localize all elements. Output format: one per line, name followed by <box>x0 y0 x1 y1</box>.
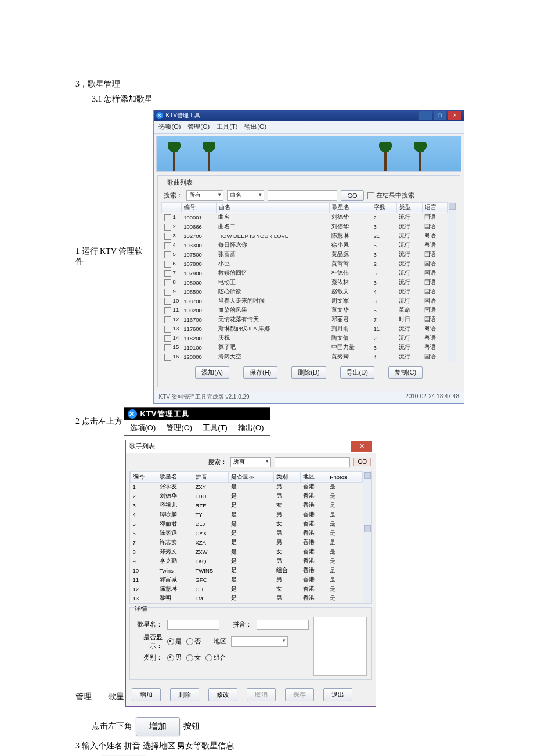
cat-female-radio[interactable]: 女 <box>186 653 201 662</box>
dlg-delete-button[interactable]: 删除 <box>170 688 199 701</box>
filter1-select[interactable]: 所有 <box>186 190 223 201</box>
show-no-radio[interactable]: 否 <box>186 637 201 646</box>
table-row[interactable]: 15119100算了吧中国力量3流行粤语 <box>162 343 448 352</box>
table-row[interactable]: 13黎明LM是男香港是 <box>131 593 363 603</box>
name-input[interactable] <box>167 620 219 630</box>
click-lowerleft-text: 点击左下角 <box>92 721 132 732</box>
copy-song-button[interactable]: 复制(C) <box>388 366 423 379</box>
scol-show[interactable]: 是否显示 <box>229 471 274 482</box>
col-words[interactable]: 字数 <box>371 202 397 213</box>
pinyin-input[interactable] <box>257 620 309 630</box>
menubar-strip: ✕KTV管理工具 选项(O) 管理(O) 工具(T) 输出(O) <box>124 407 270 436</box>
col-type[interactable]: 类型 <box>396 202 422 213</box>
cat-group-radio[interactable]: 组合 <box>205 653 226 662</box>
menu-options[interactable]: 选项(O) <box>158 123 181 131</box>
menu-tools[interactable]: 工具(T) <box>203 423 228 433</box>
scol-region[interactable]: 地区 <box>301 471 327 482</box>
menu-tools[interactable]: 工具(T) <box>217 123 237 131</box>
add-song-button[interactable]: 添加(A) <box>195 366 229 379</box>
export-song-button[interactable]: 导出(D) <box>340 366 374 379</box>
add-button-image[interactable]: 增加 <box>136 717 180 736</box>
table-row[interactable]: 13117600斯琳靓丽仅JLA 库娜荆月雨11流行粤语 <box>162 324 448 333</box>
table-row[interactable]: 7107900救赎的回忆杜德伟5流行国语 <box>162 268 448 278</box>
table-row[interactable]: 9108500随心所欲赵敏文4流行国语 <box>162 287 448 296</box>
scol-pinyin[interactable]: 拼音 <box>193 471 228 482</box>
table-row[interactable]: 3102700HOW DEEP IS YOUR LOVE陈慧琳21流行粤语 <box>162 231 448 240</box>
table-row[interactable]: 7许志安XZA是男香港是 <box>131 538 363 547</box>
table-row[interactable]: 12陈慧琳CHL是女香港是 <box>131 584 363 593</box>
dlg-filter-select[interactable]: 所有 <box>230 457 271 467</box>
col-id[interactable]: 编号 <box>181 202 216 213</box>
dlg-search-input[interactable] <box>275 457 350 467</box>
scol-cat[interactable]: 类别 <box>274 471 301 482</box>
pinyin-label: 拼音： <box>224 620 252 629</box>
app-icon: ✕ <box>156 112 163 119</box>
table-row[interactable]: 4103300每日怀念你徐小凤5流行粤语 <box>162 240 448 250</box>
dlg-save-button[interactable]: 保存 <box>285 688 314 701</box>
table-row[interactable]: 10TwinsTWINS是组合香港是 <box>131 566 363 575</box>
singer-details-group: 详情 歌星名： 拼音： 是否显示： 是 否 地区 <box>129 607 372 680</box>
dlg-exit-button[interactable]: 退出 <box>323 688 352 701</box>
song-table-scrollbar[interactable] <box>448 202 456 362</box>
col-singer[interactable]: 歌星名 <box>329 202 371 213</box>
table-row[interactable]: 8郑秀文ZXW是女香港是 <box>131 547 363 556</box>
table-row[interactable]: 5107500张蔷蔷黄品源3流行国语 <box>162 250 448 259</box>
table-row[interactable]: 5邓丽君DLJ是女香港是 <box>131 519 363 528</box>
menu-manage[interactable]: 管理(O) <box>187 123 210 131</box>
menu-options[interactable]: 选项(O) <box>130 423 156 433</box>
dlg-cancel-button[interactable]: 取消 <box>247 688 276 701</box>
singer-table: 编号 歌星名 拼音 是否显示 类别 地区 Photos 1张学友ZXY是男香港是… <box>130 471 363 603</box>
photo-box[interactable] <box>313 617 367 676</box>
delete-song-button[interactable]: 删除(D) <box>291 366 326 379</box>
search-in-results-checkbox[interactable]: 在结果中搜索 <box>367 191 414 200</box>
table-row[interactable]: 14118200庆祝陶文倩2流行粤语 <box>162 333 448 343</box>
col-song[interactable]: 曲名 <box>216 202 329 213</box>
save-song-button[interactable]: 保存(H) <box>243 366 277 379</box>
dlg-edit-button[interactable]: 修改 <box>208 688 237 701</box>
table-row[interactable]: 11109200血染的风采董文华5革命国语 <box>162 305 448 315</box>
song-list-group: 歌曲列表 搜索： 所有 曲名 GO 在结果中搜索 编号 曲名 <box>157 175 460 387</box>
menu-output[interactable]: 输出(O) <box>244 123 266 131</box>
go-button[interactable]: GO <box>341 190 363 201</box>
table-row[interactable]: 1100001曲名刘德华2流行国语 <box>162 213 448 222</box>
region-label: 地区 <box>205 637 226 646</box>
scol-photos[interactable]: Photos <box>327 471 363 482</box>
cat-male-radio[interactable]: 男 <box>167 653 182 662</box>
table-row[interactable]: 1张学友ZXY是男香港是 <box>131 482 363 491</box>
search-input[interactable] <box>268 190 337 201</box>
name-label: 歌星名： <box>135 620 163 629</box>
table-row[interactable]: 10108700当春天走来的时候周文军8流行国语 <box>162 296 448 305</box>
table-row[interactable]: 12116700无情花落有情天邓丽君7时日国语 <box>162 315 448 324</box>
table-row[interactable]: 9李克勤LKQ是男香港是 <box>131 556 363 566</box>
status-version: KTV 资料管理工具完成版 v2.1.0.29 <box>158 393 249 401</box>
search-label: 搜索： <box>164 191 183 200</box>
singer-table-scrollbar[interactable] <box>363 471 371 603</box>
table-row[interactable]: 2刘德华LDH是男香港是 <box>131 491 363 501</box>
filter2-select[interactable]: 曲名 <box>227 190 264 201</box>
close-button[interactable]: ✕ <box>448 111 461 120</box>
dlg-add-button[interactable]: 增加 <box>132 688 161 701</box>
table-row[interactable]: 4谭咏麟TY是男香港是 <box>131 510 363 519</box>
window-title: KTV管理工具 <box>165 111 200 120</box>
maximize-button[interactable]: ▢ <box>433 111 447 120</box>
col-check[interactable] <box>162 202 181 213</box>
table-row[interactable]: 16120000海阔天空黄秀卿4流行国语 <box>162 352 448 361</box>
table-row[interactable]: 6陈奕迅CYX是男香港是 <box>131 528 363 538</box>
dialog-close-button[interactable]: ✕ <box>351 441 372 452</box>
menu-manage[interactable]: 管理(O) <box>166 423 192 433</box>
col-lang[interactable]: 语言 <box>422 202 448 213</box>
table-row[interactable]: 2100666曲名二刘德华3流行国语 <box>162 222 448 231</box>
table-row[interactable]: 11郭富城GFC是男香港是 <box>131 575 363 584</box>
dlg-search-label: 搜索： <box>208 458 227 466</box>
region-select[interactable] <box>231 636 288 647</box>
scol-name[interactable]: 歌星名 <box>157 471 193 482</box>
table-row[interactable]: 8108000电动王蔡依林3流行国语 <box>162 278 448 287</box>
show-yes-radio[interactable]: 是 <box>167 637 182 646</box>
menu-output[interactable]: 输出(O) <box>238 423 264 433</box>
minimize-button[interactable]: — <box>418 111 432 120</box>
dlg-go-button[interactable]: GO <box>353 458 371 466</box>
manage-singer-text: 管理——歌星 <box>75 692 124 707</box>
table-row[interactable]: 3容祖儿RZE是女香港是 <box>131 501 363 510</box>
table-row[interactable]: 6107800小巨黄莺莺2流行国语 <box>162 259 448 268</box>
scol-id[interactable]: 编号 <box>131 471 157 482</box>
